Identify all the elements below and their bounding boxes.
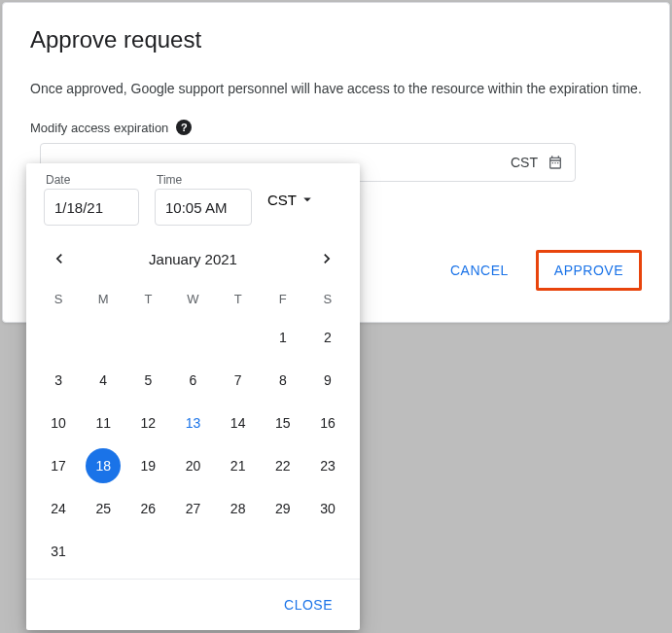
next-month-button[interactable] xyxy=(311,243,342,274)
timezone-selector[interactable]: CST xyxy=(267,191,316,208)
calendar-empty-cell xyxy=(36,320,81,355)
weekday-header: M xyxy=(81,286,125,312)
calendar-grid: SMTWTFS123456789101112131415161718192021… xyxy=(26,280,360,579)
calendar-empty-cell xyxy=(81,320,125,355)
calendar-day[interactable]: 17 xyxy=(36,448,81,483)
timezone-text: CST xyxy=(267,192,297,208)
calendar-day[interactable]: 15 xyxy=(261,405,305,440)
calendar-empty-cell xyxy=(170,320,215,355)
calendar-day[interactable]: 1 xyxy=(261,320,305,355)
chevron-down-icon xyxy=(299,191,316,208)
calendar-day[interactable]: 30 xyxy=(305,491,350,526)
calendar-day[interactable]: 31 xyxy=(36,534,81,569)
calendar-day[interactable]: 11 xyxy=(81,405,125,440)
modal-description: Once approved, Google support personnel … xyxy=(30,81,642,96)
calendar-day[interactable]: 8 xyxy=(261,363,305,398)
chevron-right-icon xyxy=(317,249,336,268)
approve-highlight: APPROVE xyxy=(536,250,642,291)
calendar-day[interactable]: 19 xyxy=(125,448,170,483)
calendar-day[interactable]: 16 xyxy=(305,405,350,440)
calendar-day[interactable]: 13 xyxy=(170,405,215,440)
calendar-day[interactable]: 28 xyxy=(216,491,261,526)
weekday-header: T xyxy=(125,286,170,312)
calendar-day[interactable]: 10 xyxy=(36,405,81,440)
calendar-day[interactable]: 9 xyxy=(305,363,350,398)
calendar-day[interactable]: 5 xyxy=(125,363,170,398)
cancel-button[interactable]: CANCEL xyxy=(435,253,524,288)
calendar-day[interactable]: 26 xyxy=(125,491,170,526)
time-input[interactable] xyxy=(155,189,252,226)
date-input[interactable] xyxy=(44,189,139,226)
calendar-day[interactable]: 3 xyxy=(36,363,81,398)
timezone-display: CST xyxy=(511,155,538,170)
expiration-label: Modify access expiration xyxy=(30,121,168,135)
close-button[interactable]: CLOSE xyxy=(268,587,348,622)
date-label: Date xyxy=(46,173,139,187)
weekday-header: T xyxy=(216,286,261,312)
weekday-header: W xyxy=(170,286,215,312)
chevron-left-icon xyxy=(50,249,69,268)
month-navigation: January 2021 xyxy=(26,231,360,280)
calendar-day[interactable]: 29 xyxy=(261,491,305,526)
calendar-day[interactable]: 2 xyxy=(305,320,350,355)
datepicker-inputs: Date Time CST xyxy=(26,163,360,231)
help-icon[interactable]: ? xyxy=(176,120,192,135)
weekday-header: F xyxy=(261,286,305,312)
calendar-day[interactable]: 12 xyxy=(125,405,170,440)
time-label: Time xyxy=(157,173,252,187)
prev-month-button[interactable] xyxy=(44,243,75,274)
datepicker-popover: Date Time CST January 2021 SMTWTFS123456… xyxy=(26,163,360,630)
weekday-header: S xyxy=(36,286,81,312)
approve-button[interactable]: APPROVE xyxy=(539,253,639,288)
calendar-day[interactable]: 4 xyxy=(81,363,125,398)
expiration-label-row: Modify access expiration ? xyxy=(30,120,642,135)
weekday-header: S xyxy=(305,286,350,312)
datepicker-footer: CLOSE xyxy=(26,579,360,630)
calendar-icon xyxy=(548,155,563,170)
calendar-day[interactable]: 7 xyxy=(216,363,261,398)
calendar-day[interactable]: 25 xyxy=(81,491,125,526)
time-input-group: Time xyxy=(155,173,252,226)
calendar-day[interactable]: 24 xyxy=(36,491,81,526)
calendar-empty-cell xyxy=(216,320,261,355)
month-title: January 2021 xyxy=(149,251,237,267)
calendar-day[interactable]: 27 xyxy=(170,491,215,526)
calendar-day[interactable]: 21 xyxy=(216,448,261,483)
calendar-day[interactable]: 18 xyxy=(86,448,121,483)
calendar-day[interactable]: 14 xyxy=(216,405,261,440)
calendar-day[interactable]: 22 xyxy=(261,448,305,483)
date-input-group: Date xyxy=(44,173,139,226)
calendar-empty-cell xyxy=(125,320,170,355)
calendar-day[interactable]: 23 xyxy=(305,448,350,483)
calendar-day[interactable]: 20 xyxy=(170,448,215,483)
calendar-day[interactable]: 6 xyxy=(170,363,215,398)
modal-title: Approve request xyxy=(30,26,642,53)
